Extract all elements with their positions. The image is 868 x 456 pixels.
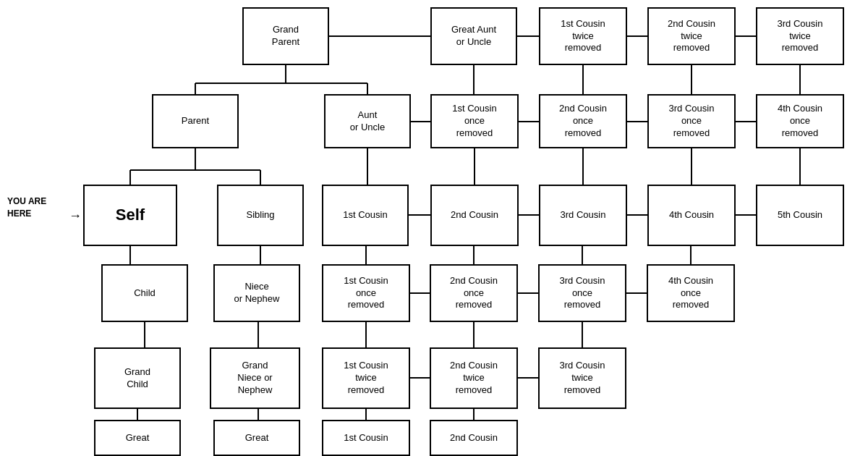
- box-child: Child: [101, 264, 188, 322]
- box-4th-cousin-1r-up: 4th Cousinonceremoved: [756, 94, 844, 148]
- box-1st-cousin-3r: 1st Cousin: [322, 420, 410, 456]
- box-2nd-cousin-2r-up: 2nd Cousintwiceremoved: [647, 7, 736, 65]
- you-are-here-arrow: →: [69, 208, 82, 224]
- box-2nd-cousin-3r: 2nd Cousin: [430, 420, 518, 456]
- box-2nd-cousin-1r-up: 2nd Cousinonceremoved: [539, 94, 627, 148]
- box-1st-cousin-1r: 1st Cousinonceremoved: [322, 264, 410, 322]
- box-self: Self: [83, 185, 177, 246]
- box-3rd-cousin: 3rd Cousin: [539, 185, 627, 246]
- box-aunt-uncle: Auntor Uncle: [324, 94, 411, 148]
- box-3rd-cousin-2r-up: 3rd Cousintwiceremoved: [756, 7, 844, 65]
- box-grand-niece-nephew: GrandNiece orNephew: [210, 347, 300, 409]
- box-sibling: Sibling: [217, 185, 304, 246]
- box-grandparent: GrandParent: [242, 7, 329, 65]
- box-1st-cousin-1r-up: 1st Cousinonceremoved: [430, 94, 519, 148]
- box-3rd-cousin-1r-up: 3rd Cousinonceremoved: [647, 94, 736, 148]
- box-niece-nephew: Nieceor Nephew: [213, 264, 300, 322]
- box-2nd-cousin: 2nd Cousin: [430, 185, 519, 246]
- box-1st-cousin: 1st Cousin: [322, 185, 409, 246]
- box-4th-cousin: 4th Cousin: [647, 185, 736, 246]
- box-3rd-cousin-2r: 3rd Cousintwiceremoved: [538, 347, 626, 409]
- box-4th-cousin-1r: 4th Cousinonceremoved: [647, 264, 735, 322]
- box-5th-cousin: 5th Cousin: [756, 185, 844, 246]
- box-3rd-cousin-1r: 3rd Cousinonceremoved: [538, 264, 626, 322]
- box-2nd-cousin-1r: 2nd Cousinonceremoved: [430, 264, 518, 322]
- box-1st-cousin-2r: 1st Cousintwiceremoved: [322, 347, 410, 409]
- box-parent: Parent: [152, 94, 239, 148]
- box-great-aunt-uncle: Great Auntor Uncle: [430, 7, 517, 65]
- box-grandchild: GrandChild: [94, 347, 181, 409]
- box-1st-cousin-2r-up: 1st Cousintwiceremoved: [539, 7, 627, 65]
- family-tree-chart: YOU AREHERE → GrandParentParentSelfChild…: [0, 0, 868, 456]
- box-2nd-cousin-2r: 2nd Cousintwiceremoved: [430, 347, 518, 409]
- box-great-grand-niece: Great: [213, 420, 300, 456]
- box-great-grandchild: Great: [94, 420, 181, 456]
- you-are-here-label: YOU AREHERE: [7, 195, 65, 220]
